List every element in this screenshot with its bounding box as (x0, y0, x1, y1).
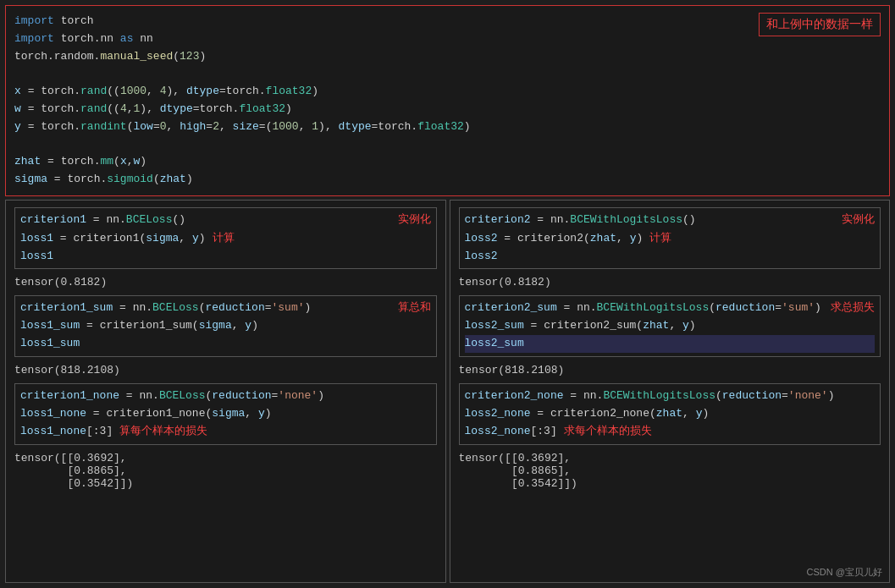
empty-line-2 (14, 136, 881, 154)
right-result-1: tensor(0.8182) (459, 276, 881, 289)
code-line-6: y = torch.randint(low=0, high=2, size=(1… (14, 118, 881, 136)
bottom-row: 实例化 criterion1 = nn.BCELoss() loss1 = cr… (5, 200, 890, 583)
left-panel: 实例化 criterion1 = nn.BCELoss() loss1 = cr… (5, 200, 446, 583)
right-line-6: loss2_sum (465, 335, 876, 353)
right-annotation-sum: 求总损失 (831, 299, 875, 315)
left-line-9: loss1_none[:3]算每个样本的损失 (20, 422, 431, 441)
left-annotation-per-sample: 算每个样本的损失 (119, 424, 207, 437)
left-line-1: criterion1 = nn.BCELoss() (20, 212, 431, 229)
right-line-5: loss2_sum = criterion2_sum(zhat, y) (465, 317, 876, 335)
right-annotation-instantiate: 实例化 (842, 212, 875, 227)
footer-text: CSDN @宝贝儿好 (807, 566, 882, 579)
left-result-2: tensor(818.2108) (14, 364, 437, 376)
code-line-2: import torch.nn as nn (14, 30, 881, 48)
left-line-2: loss1 = criterion1(sigma, y)计算 (20, 229, 431, 248)
right-section-1: 实例化 criterion2 = nn.BCEWithLogitsLoss() … (459, 207, 881, 269)
left-line-4: criterion1_sum = nn.BCELoss(reduction='s… (20, 299, 431, 317)
left-annotation-instantiate: 实例化 (398, 212, 431, 227)
right-line-8: loss2_none = criterion2_none(zhat, y) (465, 405, 876, 423)
right-result-3: tensor([[0.3692], [0.8865], [0.3542]]) (459, 452, 881, 490)
left-line-7: criterion1_none = nn.BCELoss(reduction='… (20, 387, 431, 405)
empty-line-1 (14, 65, 881, 83)
top-annotation: 和上例中的数据一样 (759, 13, 881, 36)
right-line-3: loss2 (465, 248, 876, 266)
right-line-4: criterion2_sum = nn.BCEWithLogitsLoss(re… (465, 299, 876, 317)
code-line-7: zhat = torch.mm(x,w) (14, 153, 881, 171)
left-section-2: 算总和 criterion1_sum = nn.BCELoss(reductio… (14, 295, 437, 356)
right-section-2: 求总损失 criterion2_sum = nn.BCEWithLogitsLo… (459, 295, 881, 356)
left-annotation-sum: 算总和 (398, 299, 431, 315)
code-line-3: torch.random.manual_seed(123) (14, 48, 881, 66)
left-result-1: tensor(0.8182) (14, 276, 437, 289)
right-section-3: criterion2_none = nn.BCEWithLogitsLoss(r… (459, 383, 881, 445)
right-line-1: criterion2 = nn.BCEWithLogitsLoss() (465, 212, 876, 229)
right-annotation-per-sample: 求每个样本的损失 (564, 424, 652, 437)
code-line-1: import torch (14, 13, 881, 30)
right-result-2: tensor(818.2108) (459, 364, 881, 376)
right-line-2: loss2 = criterion2(zhat, y)计算 (465, 229, 876, 248)
left-section-1: 实例化 criterion1 = nn.BCELoss() loss1 = cr… (14, 207, 437, 269)
code-line-4: x = torch.rand((1000, 4), dtype=torch.fl… (14, 83, 881, 101)
left-annotation-calc: 计算 (213, 231, 235, 244)
left-line-8: loss1_none = criterion1_none(sigma, y) (20, 405, 431, 423)
top-code-block: import torch import torch.nn as nn torch… (5, 5, 890, 196)
right-line-9: loss2_none[:3]求每个样本的损失 (465, 422, 876, 441)
left-line-6: loss1_sum (20, 335, 431, 353)
code-line-8: sigma = torch.sigmoid(zhat) (14, 171, 881, 189)
left-line-3: loss1 (20, 248, 431, 266)
code-line-5: w = torch.rand((4,1), dtype=torch.float3… (14, 101, 881, 118)
left-section-3: criterion1_none = nn.BCELoss(reduction='… (14, 383, 437, 445)
left-line-5: loss1_sum = criterion1_sum(sigma, y) (20, 317, 431, 335)
right-panel: 实例化 criterion2 = nn.BCEWithLogitsLoss() … (450, 200, 891, 583)
right-line-7: criterion2_none = nn.BCEWithLogitsLoss(r… (465, 387, 876, 405)
right-annotation-calc: 计算 (649, 231, 671, 244)
left-result-3: tensor([[0.3692], [0.8865], [0.3542]]) (14, 452, 437, 490)
main-container: import torch import torch.nn as nn torch… (0, 0, 895, 588)
